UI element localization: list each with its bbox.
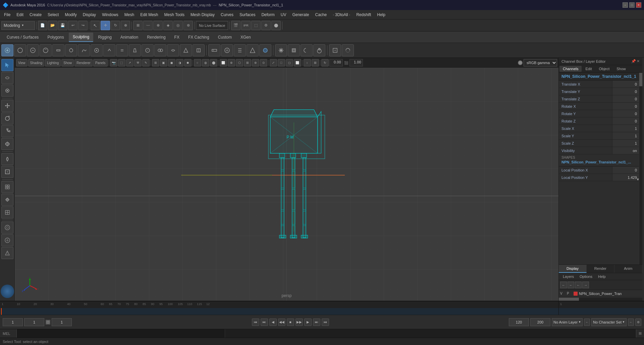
command-input[interactable] [17,329,225,338]
sculpt-tool-9[interactable] [103,44,115,56]
vp-res-btn-1[interactable]: ○ [194,59,201,66]
disp-tab-display[interactable]: Display [559,265,587,273]
redo-button[interactable]: ↪ [78,21,88,30]
char-set-btn-2[interactable]: ⚙ [635,318,641,326]
menu-3dtool[interactable]: · 3DtoAll · [330,11,353,18]
lasso-tool[interactable] [1,72,13,84]
menu-deform[interactable]: Deform [259,11,277,18]
playback-step-fwd[interactable]: ▶ [304,318,312,326]
vp-toggle-5[interactable]: ⊛ [252,59,259,66]
range-end-input[interactable] [509,318,529,326]
channel-box-close[interactable]: ✕ [637,59,640,63]
menu-display[interactable]: Display [80,11,99,18]
sculpt-tool-2[interactable] [14,44,26,56]
menu-mesh-display[interactable]: Mesh Display [188,11,217,18]
no-char-set-dropdown[interactable]: No Character Set ▼ [591,318,627,326]
render-view-button[interactable]: ⬤ [271,21,281,30]
vp-lighting-menu[interactable]: Lighting [45,59,61,66]
sculpt-extra-1[interactable] [329,44,341,56]
vp-textured-btn[interactable]: ◼ [168,59,175,66]
ch-tab-edit[interactable]: Edit [582,66,595,72]
menu-curves[interactable]: Curves [218,11,236,18]
sculpt-tool-5[interactable] [52,44,64,56]
vp-cam-btn-4[interactable]: ⚒ [134,59,142,66]
sculpt-tool-10[interactable] [116,44,128,56]
sculpt-tool-1[interactable] [1,44,13,56]
vp-cam-btn-5[interactable]: ✎ [142,59,150,66]
viewport[interactable]: View Shading Lighting Show Renderer Pane… [15,58,558,301]
frame-value-input[interactable] [52,318,72,326]
tab-sculpting[interactable]: Sculpting [69,33,93,42]
layers-tab-options[interactable]: Options [577,274,595,279]
ch-tab-object[interactable]: Object [595,66,613,72]
disp-tab-render[interactable]: Render [587,265,614,273]
vp-cam-btn-2[interactable]: ⬚ [118,59,125,66]
sculpt-tool-15[interactable] [180,44,192,56]
playback-prev-key[interactable]: ⏭ [261,318,268,326]
menu-surfaces[interactable]: Surfaces [237,11,258,18]
rotate-tool[interactable] [1,112,13,125]
move-tool-button[interactable]: ✛ [101,21,110,30]
live-surface-button[interactable]: No Live Surface [196,21,228,30]
snap-view[interactable]: ◎ [173,21,183,30]
vp-renderer-menu[interactable]: Renderer [74,59,93,66]
no-anim-layer-dropdown[interactable]: No Anim Layer ▼ [552,318,583,326]
menu-help[interactable]: Help [374,11,388,18]
sculpt-stamp[interactable] [288,44,300,56]
char-set-btn-1[interactable]: ← [628,318,634,326]
sculpt-settings-1[interactable] [208,44,220,56]
grid-btn-3[interactable] [1,206,13,218]
vp-cam-btn-3[interactable]: ↗ [126,59,133,66]
vp-res-btn-2[interactable]: ◍ [202,59,209,66]
sculpt-tool-7[interactable] [78,44,90,56]
anim-layer-btn-1[interactable]: ← [584,318,590,326]
sculpt-tool-4[interactable] [40,44,52,56]
playback-step-back[interactable]: ◀ [269,318,277,326]
sculpt-settings-5[interactable] [259,44,271,56]
universal-manip-tool[interactable] [1,138,13,150]
grid-btn-1[interactable] [1,181,13,193]
rotate-tool-button[interactable]: ↻ [111,21,120,30]
channel-box-pin[interactable]: 📌 [631,59,636,63]
sculpt-crescent[interactable] [301,44,313,56]
snap-btn-2[interactable] [1,234,13,246]
menu-mesh[interactable]: Mesh [122,11,137,18]
timeline-area[interactable]: 1 10 20 30 40 50 60 65 70 75 80 85 90 95… [0,301,644,315]
snap-btn-3[interactable] [1,247,13,259]
vp-toggle-3[interactable]: ⬡ [236,59,243,66]
sculpt-snowflake[interactable] [275,44,287,56]
new-scene-button[interactable]: 📄 [38,21,47,30]
vp-light-btn[interactable]: ◑ [176,59,183,66]
layer-ctrl-back-3[interactable]: ← [575,282,582,288]
snap-grid[interactable]: ⊞ [133,21,143,30]
vp-toggle-6[interactable]: ⊙ [260,59,267,66]
sculpt-tool-11[interactable] [129,44,141,56]
menu-file[interactable]: File [1,11,13,18]
layers-tab-layers[interactable]: Layers [560,274,577,279]
menu-cache[interactable]: Cache [312,11,329,18]
select-tool-button[interactable]: ↖ [91,21,100,30]
open-scene-button[interactable]: 📂 [48,21,57,30]
vp-shading-menu[interactable]: Shading [28,59,45,66]
ch-tab-show[interactable]: Show [613,66,629,72]
vp-shadow-btn[interactable]: ⏺ [184,59,192,66]
playback-fwd[interactable]: ▶▶ [296,318,303,326]
paint-select-tool[interactable] [1,85,13,97]
sculpt-tool-16[interactable] [193,44,205,56]
tab-xgen[interactable]: XGen [236,33,255,42]
channel-scrollbar-thumb[interactable] [639,73,642,86]
ch-tab-channels[interactable]: Channels [559,66,582,72]
render-region-button[interactable]: ⬚ [251,21,261,30]
scale-tool[interactable] [1,125,13,137]
extra-btn-1[interactable]: ⊕ [121,21,130,30]
timeline-main[interactable]: 1 10 20 30 40 50 60 65 70 75 80 85 90 95… [0,301,558,315]
tab-polygons[interactable]: Polygons [43,33,68,42]
playback-back[interactable]: ◀◀ [278,318,285,326]
vp-toggle-2[interactable]: ⊕ [228,59,235,66]
channel-scrollbar[interactable] [639,73,642,264]
timeline-right-bar[interactable] [559,308,644,315]
tab-rigging[interactable]: Rigging [94,33,116,42]
undo-button[interactable]: ↩ [68,21,77,30]
playback-stop[interactable]: ■ [287,318,294,326]
command-end-button[interactable]: ⊞ [636,329,644,338]
